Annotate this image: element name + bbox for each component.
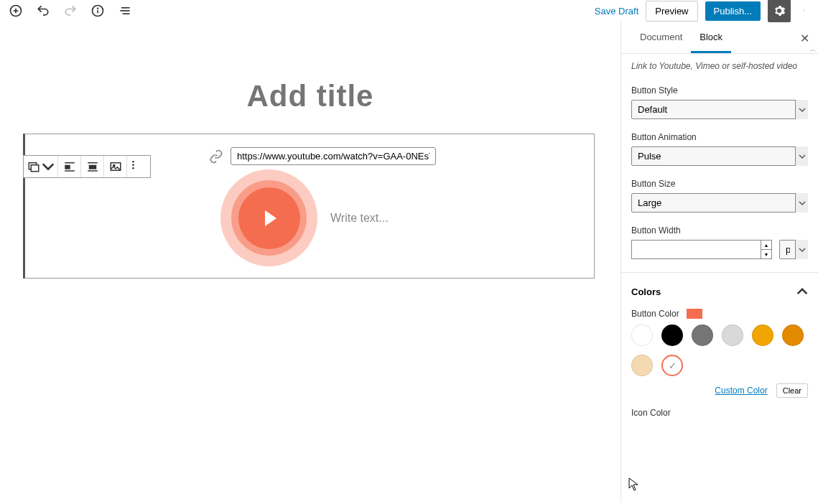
button-color-row: Button Color [631,309,808,319]
sidebar-tabs: Document Block ✕ [621,22,818,54]
svg-point-23 [132,164,134,166]
url-row [209,147,582,165]
svg-rect-13 [31,165,39,172]
close-sidebar-icon[interactable]: ✕ [800,32,809,45]
svg-rect-17 [88,165,96,169]
play-button[interactable] [220,169,317,266]
post-title-input[interactable] [0,79,621,113]
swatch-yellow[interactable] [752,325,773,346]
button-style-select[interactable]: Default [631,100,808,119]
clear-button[interactable]: Clear [776,383,808,398]
color-swatches [631,325,808,376]
swatch-selected[interactable] [661,355,683,376]
add-block-icon[interactable] [9,4,23,18]
video-url-input[interactable] [231,147,436,165]
svg-point-9 [804,9,804,10]
top-toolbar: Save Draft Preview Publish... [0,0,818,22]
svg-point-5 [98,8,98,9]
button-width-input[interactable] [631,240,772,259]
sidebar-body: Link to Youtube, Vimeo or self-hosted vi… [621,54,818,428]
swatch-black[interactable] [661,325,683,346]
play-icon [265,210,276,226]
settings-button[interactable] [768,0,791,22]
play-row: Write text... [220,169,582,266]
divider [621,272,818,273]
save-draft-link[interactable]: Save Draft [595,6,638,17]
button-animation-select[interactable]: Pulse [631,146,808,166]
more-menu-icon[interactable] [798,0,812,22]
button-animation-label: Button Animation [631,132,808,142]
block-type-icon[interactable] [24,156,58,177]
color-actions: Custom Color Clear [631,383,808,398]
swatch-gray[interactable] [692,325,713,346]
width-unit-select[interactable]: px [779,240,808,259]
tab-block[interactable]: Block [691,22,731,53]
text-placeholder[interactable]: Write text... [330,212,389,225]
button-color-label: Button Color [631,309,679,319]
link-icon [209,149,223,164]
field-button-size: Button Size Large [631,179,808,213]
block-more-icon[interactable] [127,156,150,177]
swatch-white[interactable] [631,325,653,346]
button-size-select[interactable]: Large [631,193,808,213]
svg-point-10 [804,10,804,11]
field-button-style: Button Style Default [631,85,808,119]
preview-button[interactable]: Preview [646,1,697,22]
current-color-swatch [687,309,702,319]
outline-icon[interactable] [118,4,132,18]
undo-icon[interactable] [36,4,50,18]
tab-document[interactable]: Document [631,22,691,53]
publish-button[interactable]: Publish... [705,1,761,21]
redo-icon[interactable] [63,4,78,18]
svg-point-24 [132,167,134,169]
button-width-label: Button Width [631,225,808,235]
toolbar-left [6,4,132,18]
colors-title: Colors [631,286,661,297]
spin-down-icon[interactable]: ▼ [761,250,771,258]
field-button-width: Button Width ▲ ▼ px [631,225,808,259]
editor-canvas: Write text... [0,22,621,503]
image-icon[interactable] [104,156,127,177]
spin-up-icon[interactable]: ▲ [761,241,771,250]
number-spinner: ▲ ▼ [761,241,771,258]
settings-sidebar: ︿ Document Block ✕ Link to Youtube, Vime… [621,22,818,503]
info-icon[interactable] [90,4,105,18]
swatch-cream[interactable] [631,355,653,376]
svg-point-22 [132,161,134,163]
field-button-animation: Button Animation Pulse [631,132,808,166]
block-toolbar [23,155,151,178]
button-size-label: Button Size [631,179,808,189]
chevron-up-icon [796,286,808,297]
swatch-orange[interactable] [782,325,804,346]
svg-point-11 [804,11,804,11]
align-center-icon[interactable] [81,156,104,177]
colors-section-header[interactable]: Colors [631,281,808,302]
custom-color-link[interactable]: Custom Color [715,386,767,396]
swatch-lightgray[interactable] [722,325,743,346]
svg-rect-14 [65,165,70,169]
align-left-icon[interactable] [58,156,81,177]
help-text: Link to Youtube, Vimeo or self-hosted vi… [631,60,808,73]
icon-color-label: Icon Color [631,408,808,418]
main-area: Write text... ︿ Document Block ✕ Link to… [0,22,818,503]
toolbar-right: Save Draft Preview Publish... [595,0,812,22]
button-style-label: Button Style [631,85,808,95]
